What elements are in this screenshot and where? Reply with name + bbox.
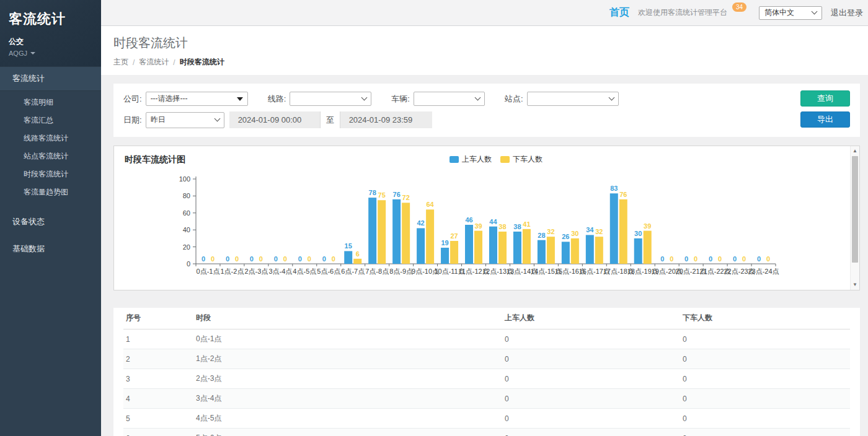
scroll-up-icon[interactable]: ▲ bbox=[851, 147, 859, 155]
svg-text:39: 39 bbox=[474, 222, 482, 230]
svg-text:76: 76 bbox=[619, 191, 627, 198]
sidebar-item-passenger-summary[interactable]: 客流汇总 bbox=[0, 111, 101, 129]
sidebar-item-passenger-stats[interactable]: 客流统计 bbox=[0, 66, 101, 91]
svg-text:0: 0 bbox=[660, 255, 664, 263]
date-end-input[interactable]: 2024-01-09 23:59 bbox=[340, 111, 432, 128]
table-cell: 2 bbox=[123, 349, 196, 369]
table-cell: 0 bbox=[683, 329, 850, 349]
date-preset-select[interactable]: 昨日 bbox=[146, 112, 224, 128]
table-cell: 0 bbox=[683, 409, 850, 429]
table-cell: 0 bbox=[505, 329, 683, 349]
svg-text:100: 100 bbox=[179, 175, 190, 183]
svg-text:0: 0 bbox=[684, 255, 688, 263]
page-heading: 时段客流统计 主页 / 客流统计 / 时段客流统计 bbox=[101, 26, 868, 75]
svg-text:80: 80 bbox=[183, 192, 190, 199]
data-table-panel: 序号 时段 上车人数 下车人数 10点-1点0021点-2点0032点-3点00… bbox=[113, 308, 860, 436]
svg-text:64: 64 bbox=[426, 201, 434, 208]
language-value: 简体中文 bbox=[764, 7, 794, 18]
sidebar-item-station-stats[interactable]: 站点客流统计 bbox=[0, 147, 101, 165]
table-row: 54点-5点00 bbox=[123, 409, 850, 429]
svg-text:0: 0 bbox=[274, 255, 278, 263]
station-select[interactable] bbox=[527, 92, 619, 106]
notification-badge[interactable]: 34 bbox=[732, 2, 746, 12]
table-cell: 1 bbox=[123, 329, 196, 349]
svg-text:0: 0 bbox=[283, 255, 287, 263]
sidebar-item-line-stats[interactable]: 线路客流统计 bbox=[0, 129, 101, 147]
company-select[interactable]: ---请选择--- bbox=[146, 92, 248, 106]
table-cell: 0 bbox=[505, 409, 683, 429]
svg-text:0: 0 bbox=[322, 255, 326, 263]
legend-item-board[interactable]: 上车人数 bbox=[450, 154, 492, 165]
table-row: 10点-1点00 bbox=[123, 329, 850, 349]
logout-link[interactable]: 退出登录 bbox=[831, 7, 863, 19]
svg-text:60: 60 bbox=[183, 209, 190, 217]
page-title: 时段客流统计 bbox=[113, 35, 856, 51]
svg-text:3点-4点: 3点-4点 bbox=[268, 268, 292, 275]
svg-text:75: 75 bbox=[378, 191, 386, 199]
svg-text:30: 30 bbox=[571, 230, 578, 237]
export-button[interactable]: 导出 bbox=[800, 111, 850, 128]
vehicle-select[interactable] bbox=[414, 92, 485, 106]
line-label: 线路: bbox=[268, 94, 286, 105]
svg-text:83: 83 bbox=[610, 185, 618, 192]
company-value: ---请选择--- bbox=[151, 94, 188, 104]
language-select[interactable]: 简体中文 bbox=[759, 6, 822, 20]
svg-text:78: 78 bbox=[369, 189, 376, 196]
svg-text:0: 0 bbox=[187, 260, 190, 268]
user-menu[interactable]: AQGJ bbox=[9, 50, 92, 57]
query-button[interactable]: 查询 bbox=[800, 90, 850, 107]
sidebar-item-trend-chart[interactable]: 客流量趋势图 bbox=[0, 183, 101, 201]
col-header-index: 序号 bbox=[123, 308, 196, 329]
legend-item-alight[interactable]: 下车人数 bbox=[500, 154, 542, 165]
svg-text:6: 6 bbox=[356, 250, 360, 258]
scrollbar-thumb[interactable] bbox=[852, 156, 858, 263]
breadcrumb-separator: / bbox=[173, 58, 175, 67]
svg-text:0: 0 bbox=[259, 255, 263, 263]
legend-swatch-blue bbox=[450, 156, 459, 163]
chevron-down-icon bbox=[214, 116, 220, 122]
date-to-label: 至 bbox=[320, 111, 340, 128]
svg-text:39: 39 bbox=[644, 222, 651, 230]
breadcrumb-section[interactable]: 客流统计 bbox=[139, 57, 169, 68]
svg-text:0: 0 bbox=[298, 255, 302, 263]
sidebar-item-device-status[interactable]: 设备状态 bbox=[0, 210, 101, 233]
table-cell: 0 bbox=[683, 349, 850, 369]
table-row: 43点-4点00 bbox=[123, 389, 850, 409]
svg-text:41: 41 bbox=[523, 220, 530, 228]
svg-text:0: 0 bbox=[709, 255, 712, 263]
svg-text:5点-6点: 5点-6点 bbox=[317, 268, 340, 275]
date-start-input[interactable]: 2024-01-09 00:00 bbox=[229, 111, 320, 128]
svg-text:38: 38 bbox=[513, 223, 521, 230]
sidebar-item-passenger-detail[interactable]: 客流明细 bbox=[0, 94, 101, 111]
scroll-down-icon[interactable]: ▼ bbox=[851, 281, 859, 289]
svg-text:0: 0 bbox=[308, 255, 311, 263]
legend-swatch-yellow bbox=[500, 156, 510, 163]
svg-text:0: 0 bbox=[718, 255, 722, 263]
home-link[interactable]: 首页 bbox=[609, 6, 629, 19]
table-cell: 0 bbox=[683, 389, 850, 409]
chevron-down-icon bbox=[812, 9, 818, 15]
table-cell: 2点-3点 bbox=[196, 369, 505, 389]
table-row: 21点-2点00 bbox=[123, 349, 850, 369]
table-cell: 1点-2点 bbox=[196, 349, 505, 369]
svg-text:0: 0 bbox=[211, 255, 215, 263]
sidebar-item-timeslot-stats[interactable]: 时段客流统计 bbox=[0, 165, 101, 183]
welcome-text: 欢迎使用客流统计管理平台 bbox=[638, 7, 727, 18]
svg-text:32: 32 bbox=[547, 228, 554, 235]
line-select[interactable] bbox=[290, 92, 371, 106]
legend-label: 上车人数 bbox=[462, 154, 492, 165]
table-cell: 4点-5点 bbox=[196, 409, 505, 429]
chart-scrollbar[interactable]: ▲ ▼ bbox=[850, 146, 859, 290]
sidebar-item-base-data[interactable]: 基础数据 bbox=[0, 237, 101, 261]
vehicle-label: 车辆: bbox=[391, 94, 410, 105]
company-label: 公司: bbox=[123, 94, 142, 105]
filter-panel: 公司: ---请选择--- 线路: 车辆: bbox=[113, 84, 860, 137]
org-name: 公交 bbox=[9, 37, 92, 47]
svg-text:0: 0 bbox=[250, 255, 254, 263]
breadcrumb-home[interactable]: 主页 bbox=[113, 57, 128, 68]
svg-text:2点-3点: 2点-3点 bbox=[244, 268, 268, 275]
svg-text:42: 42 bbox=[417, 219, 424, 227]
svg-text:30: 30 bbox=[634, 230, 642, 237]
table-header-row: 序号 时段 上车人数 下车人数 bbox=[123, 308, 850, 329]
table-cell: 5 bbox=[123, 409, 196, 429]
